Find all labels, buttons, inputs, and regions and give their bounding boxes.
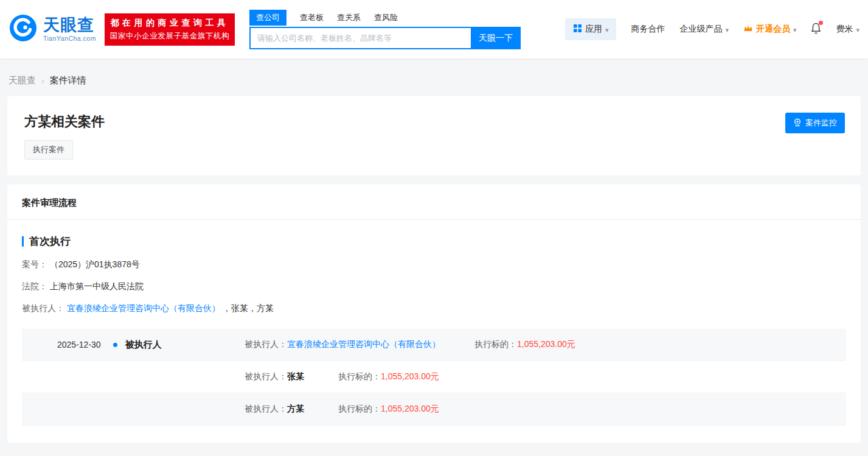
case-number-value: （2025）沪01执3878号 <box>50 259 140 269</box>
crown-icon <box>743 24 753 34</box>
field-executed-persons: 被执行人： 宜春浪绫企业管理咨询中心（有限合伙） ，张某，方某 <box>22 302 846 314</box>
brand-domain: TianYanCha.com <box>43 35 96 42</box>
case-title-card: 方某相关案件 执行案件 案件监控 <box>7 96 861 175</box>
vip-link[interactable]: 开通会员 <box>743 24 797 35</box>
section-title: 案件审理流程 <box>7 184 861 220</box>
executed-label: 被执行人： <box>245 404 287 415</box>
executed-name: 张某 <box>287 371 304 382</box>
breadcrumb: 天眼查 › 案件详情 <box>0 58 868 96</box>
vip-label: 开通会员 <box>756 24 790 35</box>
amount-label: 执行标的： <box>338 371 381 382</box>
timeline-node-title: 被执行人 <box>125 339 162 351</box>
apps-label: 应用 <box>585 24 602 35</box>
executed-company-link[interactable]: 宜春浪绫企业管理咨询中心（有限合伙） <box>67 303 220 313</box>
user-name: 费米 <box>836 24 853 35</box>
breadcrumb-separator: › <box>41 76 44 86</box>
slogan-line1: 都在用的商业查询工具 <box>109 18 230 29</box>
nav-business-label: 商务合作 <box>631 24 665 35</box>
executed-name: 方某 <box>287 404 304 415</box>
court-label: 法院： <box>22 281 47 291</box>
case-monitor-button[interactable]: 案件监控 <box>785 113 845 133</box>
timeline-row: 2025-12-30 被执行人 被执行人： 宜春浪绫企业管理咨询中心（有限合伙）… <box>22 329 846 361</box>
executed-persons-rest: ，张某，方某 <box>223 303 274 313</box>
chevron-down-icon <box>725 24 729 34</box>
timeline-dot-icon <box>113 343 117 347</box>
executed-name-link[interactable]: 宜春浪绫企业管理咨询中心（有限合伙） <box>287 339 440 350</box>
court-value: 上海市第一中级人民法院 <box>50 281 144 291</box>
amount-label: 执行标的： <box>338 404 381 415</box>
search-tab-company[interactable]: 查公司 <box>249 10 286 26</box>
search-tab-risk[interactable]: 查风险 <box>374 12 398 23</box>
notification-dot <box>819 21 823 25</box>
chevron-down-icon <box>605 24 609 34</box>
amount-value: 1,055,203.00元 <box>517 339 575 350</box>
nav-enterprise-label: 企业级产品 <box>679 24 722 35</box>
page-title: 方某相关案件 <box>24 113 844 131</box>
header-nav: 应用 商务合作 企业级产品 开通会员 <box>565 18 859 40</box>
stage-bar <box>22 236 24 247</box>
case-process-card: 案件审理流程 首次执行 案号： （2025）沪01执3878号 法院： 上海市第… <box>7 184 861 443</box>
amount-label: 执行标的： <box>474 339 517 350</box>
slogan-line2: 国家中小企业发展子基金旗下机构 <box>109 31 230 41</box>
monitor-icon <box>793 118 802 128</box>
executed-persons-label: 被执行人： <box>22 303 64 313</box>
amount-value: 1,055,203.00元 <box>381 371 439 382</box>
slogan-badge: 都在用的商业查询工具 国家中小企业发展子基金旗下机构 <box>105 13 235 46</box>
search-tab-boss[interactable]: 查老板 <box>300 12 324 23</box>
nav-enterprise-link[interactable]: 企业级产品 <box>679 24 729 35</box>
stage-title: 首次执行 <box>29 234 71 248</box>
stage-header: 首次执行 <box>22 234 846 248</box>
timeline-date: 2025-12-30 <box>57 340 101 349</box>
case-monitor-label: 案件监控 <box>805 118 837 128</box>
user-menu[interactable]: 费米 <box>836 24 859 35</box>
tianyancha-logo[interactable]: 天眼查 TianYanCha.com <box>9 13 96 45</box>
case-type-tag[interactable]: 执行案件 <box>24 140 73 160</box>
field-court: 法院： 上海市第一中级人民法院 <box>22 280 846 292</box>
case-number-label: 案号： <box>22 259 47 269</box>
brand-name: 天眼查 <box>43 16 96 33</box>
field-case-number: 案号： （2025）沪01执3878号 <box>22 258 846 270</box>
apps-grid-icon <box>573 24 582 35</box>
chevron-down-icon <box>856 24 859 34</box>
search-tabs: 查公司 查老板 查关系 查风险 <box>249 9 521 26</box>
amount-value: 1,055,203.00元 <box>381 404 439 415</box>
executed-label: 被执行人： <box>245 371 287 382</box>
search-input[interactable] <box>249 27 471 49</box>
breadcrumb-current: 案件详情 <box>50 75 86 86</box>
tianyancha-logo-icon <box>9 13 38 45</box>
timeline-row: 被执行人： 方某 执行标的： 1,055,203.00元 <box>22 393 846 426</box>
apps-menu[interactable]: 应用 <box>565 18 617 40</box>
search-area: 查公司 查老板 查关系 查风险 天眼一下 <box>249 9 521 49</box>
search-tab-relation[interactable]: 查关系 <box>337 12 361 23</box>
header: 天眼查 TianYanCha.com 都在用的商业查询工具 国家中小企业发展子基… <box>0 0 868 58</box>
notifications-button[interactable] <box>811 23 821 37</box>
case-timeline: 2025-12-30 被执行人 被执行人： 宜春浪绫企业管理咨询中心（有限合伙）… <box>22 329 846 426</box>
nav-business-link[interactable]: 商务合作 <box>631 24 665 35</box>
chevron-down-icon <box>793 24 797 34</box>
breadcrumb-home-link[interactable]: 天眼查 <box>9 75 36 86</box>
search-button[interactable]: 天眼一下 <box>471 27 521 49</box>
executed-label: 被执行人： <box>245 339 287 350</box>
timeline-row: 被执行人： 张某 执行标的： 1,055,203.00元 <box>22 361 846 393</box>
